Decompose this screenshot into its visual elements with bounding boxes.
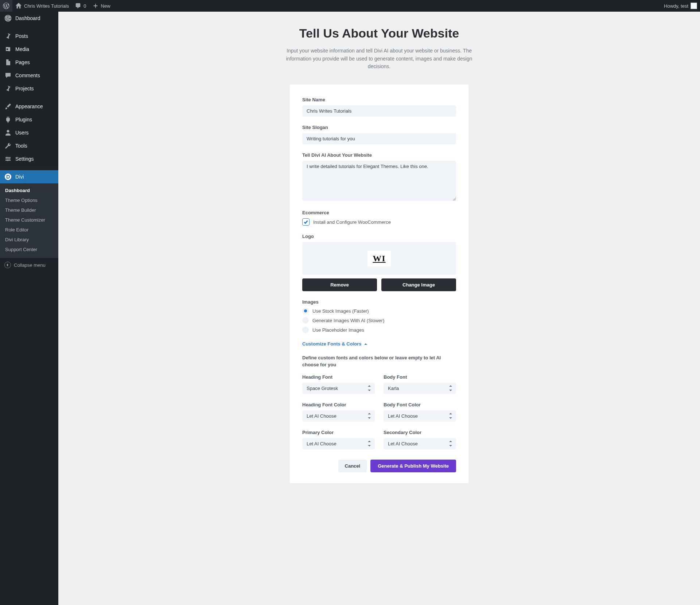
new-content-link[interactable]: New (89, 0, 113, 12)
form-card: Site Name Site Slogan Tell Divi AI About… (290, 85, 468, 483)
plus-icon (92, 3, 99, 9)
site-name-link[interactable]: Chris Writes Tutorials (12, 0, 72, 12)
comment-icon (4, 72, 12, 79)
sidebar-item-projects[interactable]: Projects (0, 82, 58, 95)
cancel-button[interactable]: Cancel (338, 460, 367, 472)
heading-font-select[interactable]: Space Grotesk (302, 383, 375, 394)
woocommerce-checkbox-label: Install and Configure WooCommerce (313, 219, 391, 225)
image-option-placeholder-radio[interactable] (302, 327, 309, 333)
svg-point-5 (8, 158, 9, 159)
body-color-label: Body Font Color (384, 402, 456, 407)
sidebar-item-label: Media (15, 46, 29, 52)
site-slogan-input[interactable] (302, 133, 456, 144)
sidebar-item-label: Pages (15, 59, 30, 65)
wordpress-icon (3, 3, 9, 9)
image-option-label: Generate Images With AI (Slower) (312, 318, 384, 323)
admin-sidebar: Dashboard Posts Media Pages Comments Pro… (0, 12, 58, 605)
heading-color-label: Heading Font Color (302, 402, 375, 407)
body-font-label: Body Font (384, 374, 456, 380)
wp-logo-menu[interactable] (0, 0, 12, 12)
svg-point-4 (6, 157, 7, 158)
svg-point-1 (7, 17, 8, 19)
check-icon (304, 220, 308, 224)
image-option-label: Use Stock Images (Faster) (312, 308, 369, 314)
sidebar-item-media[interactable]: Media (0, 43, 58, 56)
sidebar-item-users[interactable]: Users (0, 126, 58, 139)
customize-help-text: Define custom fonts and colors below or … (302, 355, 456, 368)
sidebar-item-label: Tools (15, 143, 27, 149)
images-label: Images (302, 299, 456, 305)
primary-color-select[interactable]: Let AI Choose (302, 438, 375, 449)
site-name-label: Site Name (302, 97, 456, 102)
page-title: Tell Us About Your Website (252, 26, 507, 40)
account-menu[interactable]: Howdy, test (661, 0, 700, 12)
sidebar-item-dashboard[interactable]: Dashboard (0, 12, 58, 25)
change-logo-button[interactable]: Change Image (381, 278, 456, 291)
remove-logo-button[interactable]: Remove (302, 278, 377, 291)
site-name-input[interactable] (302, 105, 456, 117)
menu-separator (0, 167, 58, 169)
heading-font-label: Heading Font (302, 374, 375, 380)
divi-icon (4, 173, 12, 180)
sidebar-item-settings[interactable]: Settings (0, 152, 58, 165)
wrench-icon (4, 142, 12, 149)
comments-link[interactable]: 0 (72, 0, 89, 12)
sidebar-item-label: Posts (15, 33, 28, 39)
pages-icon (4, 59, 12, 66)
image-option-stock-radio[interactable] (302, 308, 309, 314)
sidebar-item-label: Appearance (15, 104, 43, 109)
submenu-item-support-center[interactable]: Support Center (0, 245, 58, 254)
comment-bubble-icon (75, 3, 81, 9)
svg-point-7 (5, 173, 11, 180)
svg-point-3 (7, 130, 9, 133)
primary-color-label: Primary Color (302, 430, 375, 435)
logo-label: Logo (302, 234, 456, 239)
logo-image: WI (368, 251, 390, 266)
about-textarea[interactable]: I write detailed tutorials for Elegant T… (302, 161, 456, 201)
image-option-label: Use Placeholder Images (312, 327, 364, 333)
sidebar-item-divi[interactable]: Divi (0, 170, 58, 183)
svg-point-6 (7, 160, 8, 161)
logo-preview: WI (302, 242, 456, 275)
sidebar-item-label: Settings (15, 156, 34, 162)
body-font-select[interactable]: Karla (384, 383, 456, 394)
generate-publish-button[interactable]: Generate & Publish My Website (370, 460, 456, 472)
submenu-item-role-editor[interactable]: Role Editor (0, 225, 58, 235)
home-icon (15, 3, 22, 9)
submenu-item-theme-options[interactable]: Theme Options (0, 195, 58, 205)
avatar (691, 3, 697, 9)
sidebar-item-plugins[interactable]: Plugins (0, 113, 58, 126)
image-option-ai-radio[interactable] (302, 317, 309, 324)
sliders-icon (4, 155, 12, 163)
submenu-item-theme-builder[interactable]: Theme Builder (0, 205, 58, 215)
about-label: Tell Divi AI About Your Website (302, 152, 456, 158)
submenu-item-dashboard[interactable]: Dashboard (0, 186, 58, 195)
woocommerce-checkbox[interactable] (302, 218, 310, 226)
sidebar-item-appearance[interactable]: Appearance (0, 100, 58, 113)
howdy-label: Howdy, test (664, 3, 688, 9)
sidebar-item-posts[interactable]: Posts (0, 30, 58, 43)
submenu-item-theme-customizer[interactable]: Theme Customizer (0, 215, 58, 225)
secondary-color-select[interactable]: Let AI Choose (384, 438, 456, 449)
sidebar-item-label: Projects (15, 86, 34, 91)
secondary-color-label: Secondary Color (384, 430, 456, 435)
submenu-item-divi-library[interactable]: Divi Library (0, 235, 58, 245)
customize-toggle-label: Customize Fonts & Colors (302, 341, 362, 347)
collapse-menu-button[interactable]: Collapse menu (0, 258, 58, 272)
sidebar-item-pages[interactable]: Pages (0, 56, 58, 69)
sidebar-item-label: Dashboard (15, 15, 40, 21)
media-icon (4, 46, 12, 53)
plug-icon (4, 116, 12, 123)
sidebar-item-tools[interactable]: Tools (0, 139, 58, 152)
svg-point-2 (7, 48, 8, 50)
collapse-icon (4, 262, 11, 268)
content-area: Tell Us About Your Website Input your we… (58, 0, 700, 605)
collapse-menu-label: Collapse menu (14, 262, 46, 268)
sidebar-item-label: Divi (15, 174, 24, 180)
heading-color-select[interactable]: Let AI Choose (302, 410, 375, 422)
admin-toolbar: Chris Writes Tutorials 0 New Howdy, test (0, 0, 700, 12)
body-color-select[interactable]: Let AI Choose (384, 410, 456, 422)
sidebar-item-comments[interactable]: Comments (0, 69, 58, 82)
page-subtitle: Input your website information and tell … (284, 47, 474, 71)
customize-fonts-colors-toggle[interactable]: Customize Fonts & Colors (302, 341, 368, 347)
